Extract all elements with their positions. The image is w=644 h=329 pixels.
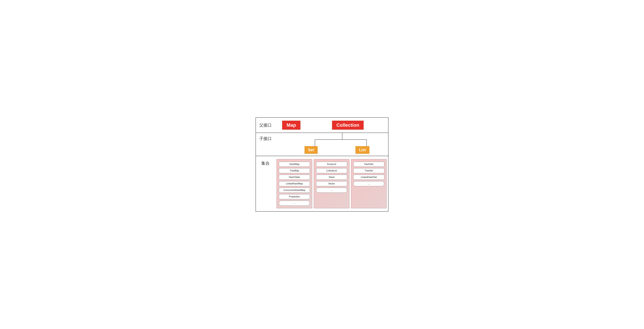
list-item: TreeMap (279, 168, 310, 173)
list-item: LinkedList (316, 168, 347, 173)
collections-content: HashMap TreeMap HashTable LinkedHashMap … (275, 159, 388, 208)
sub-interface-row: 子接口 Set (256, 133, 388, 156)
set-group: HashSet TreeSet LinkedHashSet ... (351, 159, 387, 208)
sub-row-wrapper: Set List (275, 133, 388, 156)
connector-svg (275, 133, 388, 146)
map-area: Map (275, 121, 308, 130)
map-group: HashMap TreeMap HashTable LinkedHashMap … (276, 159, 312, 208)
sub-boxes: Set List (275, 146, 388, 156)
list-item: TreeSet (353, 168, 384, 173)
parent-interface-row: 父接口 Map Collection (256, 118, 388, 133)
sub-interface-label: 子接口 (256, 133, 275, 144)
collection-box: Collection (332, 121, 364, 130)
collections-label: 集合 (256, 159, 275, 208)
list-group: ArrayList LinkedList Stack Vector ... (314, 159, 350, 208)
list-item: Vector (316, 181, 347, 186)
list-item: Stack (316, 175, 347, 180)
list-item: ConcurrentHashMap (279, 188, 310, 193)
list-item-ellipsis: ... (316, 188, 347, 193)
collections-row: 集合 HashMap TreeMap HashTable LinkedHashM… (256, 156, 388, 211)
set-item-ellipsis: ... (353, 181, 384, 186)
list-item: HashSet (353, 162, 384, 167)
parent-interface-label: 父接口 (256, 122, 275, 128)
list-item: Properties (279, 194, 310, 199)
list-item: LinkedHashSet (353, 175, 384, 180)
map-box: Map (282, 121, 300, 130)
list-item: LinkedHashMap (279, 181, 310, 186)
list-item: ArrayList (316, 162, 347, 167)
set-box: Set (304, 146, 318, 154)
list-box: List (356, 146, 370, 154)
diagram-container: 父接口 Map Collection 子接口 (256, 118, 388, 212)
parent-row-content: Map Collection (275, 121, 388, 130)
collection-area: Collection (308, 121, 388, 130)
list-item-ellipsis: ... (279, 201, 310, 206)
list-item: HashMap (279, 162, 310, 167)
list-item: HashTable (279, 175, 310, 180)
